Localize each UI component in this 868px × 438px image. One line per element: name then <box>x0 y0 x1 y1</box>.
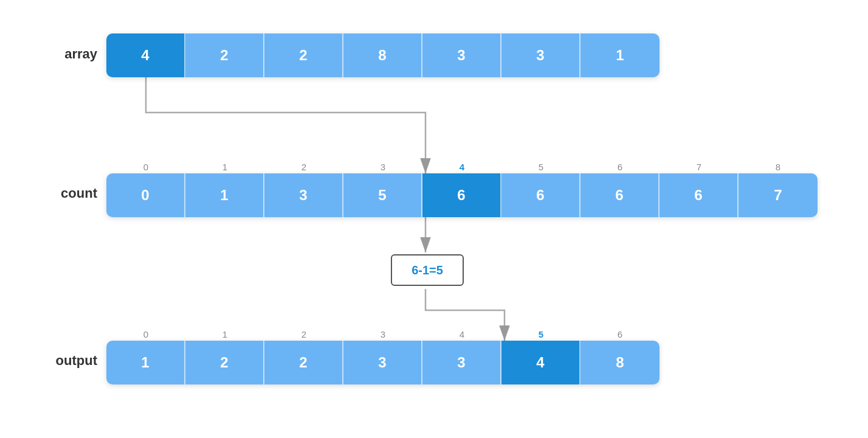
output-cell-1: 2 <box>185 341 264 384</box>
output-cell-5: 4 <box>501 341 580 384</box>
count-index-7: 7 <box>660 160 739 173</box>
output-cell-6: 8 <box>580 341 660 384</box>
array-cell-1: 2 <box>185 33 264 77</box>
count-row: 013566667 <box>106 173 818 217</box>
array-cell-6: 1 <box>580 33 660 77</box>
count-index-1: 1 <box>185 160 264 173</box>
output-index-2: 2 <box>264 327 343 341</box>
output-cell-3: 3 <box>343 341 422 384</box>
count-cell-7: 6 <box>660 173 739 217</box>
formula-box: 6-1=5 <box>391 254 464 286</box>
count-index-2: 2 <box>264 160 343 173</box>
count-label: count <box>36 186 97 201</box>
output-row: 1223348 <box>106 341 660 384</box>
output-index-0: 0 <box>106 327 185 341</box>
array-cell-4: 3 <box>422 33 501 77</box>
array-cell-2: 2 <box>264 33 343 77</box>
count-index-4: 4 <box>422 160 501 173</box>
output-cell-0: 1 <box>106 341 185 384</box>
count-cell-3: 5 <box>343 173 422 217</box>
array-cell-0: 4 <box>106 33 185 77</box>
output-index-4: 4 <box>422 327 501 341</box>
count-cell-5: 6 <box>501 173 580 217</box>
array-cell-5: 3 <box>501 33 580 77</box>
count-cell-6: 6 <box>580 173 660 217</box>
count-index-5: 5 <box>501 160 580 173</box>
count-cell-4: 6 <box>422 173 501 217</box>
count-index-3: 3 <box>343 160 422 173</box>
output-cell-2: 2 <box>264 341 343 384</box>
output-index-5: 5 <box>501 327 580 341</box>
output-index-1: 1 <box>185 327 264 341</box>
output-index-labels: 0123456 <box>106 327 660 341</box>
array-cell-3: 8 <box>343 33 422 77</box>
count-index-0: 0 <box>106 160 185 173</box>
output-label: output <box>36 353 97 369</box>
count-cell-0: 0 <box>106 173 185 217</box>
output-index-3: 3 <box>343 327 422 341</box>
array-label: array <box>36 46 97 62</box>
output-index-6: 6 <box>580 327 660 341</box>
count-cell-2: 3 <box>264 173 343 217</box>
diagram-container: array 4228331 count 012345678 013566667 … <box>0 0 868 438</box>
count-index-labels: 012345678 <box>106 160 818 173</box>
count-index-6: 6 <box>580 160 660 173</box>
output-cell-4: 3 <box>422 341 501 384</box>
array-row: 4228331 <box>106 33 660 77</box>
count-index-8: 8 <box>739 160 818 173</box>
count-cell-1: 1 <box>185 173 264 217</box>
count-cell-8: 7 <box>739 173 818 217</box>
